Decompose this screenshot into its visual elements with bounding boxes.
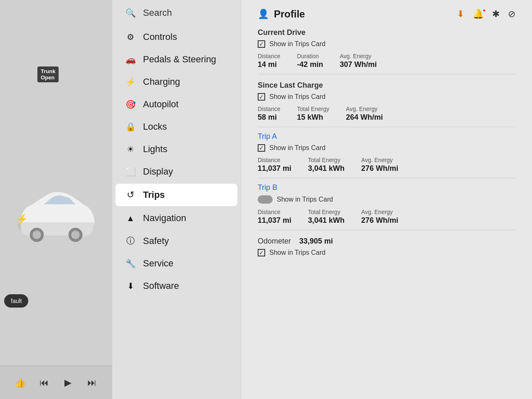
download-icon[interactable]: ⬇ (457, 9, 464, 20)
trip-a-distance-label: Distance (258, 157, 291, 163)
display-icon: ⬜ (125, 167, 136, 177)
current-drive-avg-energy-value: 307 Wh/mi (340, 60, 377, 69)
since-last-charge-title: Since Last Charge (258, 81, 515, 90)
sidebar-item-trips[interactable]: ↺ Trips (116, 184, 237, 206)
odometer-checkbox-row: ✓ Show in Trips Card (258, 249, 515, 256)
since-last-charge-total-energy: Total Energy 15 kWh (297, 106, 329, 122)
trip-a-total-energy: Total Energy 3,041 kWh (308, 157, 345, 173)
sidebar-item-lights[interactable]: ☀ Lights (112, 138, 241, 160)
current-drive-section: Current Drive ✓ Show in Trips Card Dista… (258, 28, 515, 69)
sidebar-item-locks[interactable]: 🔒 Locks (112, 116, 241, 138)
car-panel: Trunk Open ⚡ fault 👍 ⏮ ▶ ⏭ (0, 0, 112, 399)
current-drive-duration-value: -42 min (297, 60, 323, 69)
sidebar-item-controls[interactable]: ⚙ Controls (112, 26, 241, 48)
sidebar-item-service[interactable]: 🔧 Service (112, 252, 241, 275)
trip-a-distance: Distance 11,037 mi (258, 157, 291, 173)
trip-a-checkbox-label: Show in Trips Card (269, 144, 325, 152)
trip-b-total-energy-label: Total Energy (308, 209, 345, 215)
trunk-label: Trunk Open (37, 66, 59, 82)
profile-icon: 👤 (258, 9, 269, 20)
trip-a-distance-value: 11,037 mi (258, 164, 291, 173)
software-icon: ⬇ (125, 281, 136, 291)
sidebar-item-charging[interactable]: ⚡ Charging (112, 71, 241, 93)
taskbar: 👍 ⏮ ▶ ⏭ (0, 366, 112, 399)
slc-total-energy-value: 15 kWh (297, 113, 329, 122)
charging-icon: ⚡ (125, 77, 136, 87)
sidebar-item-autopilot[interactable]: 🎯 Autopilot (112, 93, 241, 116)
odometer-checkbox[interactable]: ✓ (258, 249, 265, 256)
play-icon[interactable]: ▶ (60, 374, 76, 391)
nav-sidebar: 🔍 Search ⚙ Controls 🚗 Pedals & Steering … (112, 0, 241, 399)
current-drive-distance-label: Distance (258, 53, 280, 59)
since-last-charge-section: Since Last Charge ✓ Show in Trips Card D… (258, 81, 515, 122)
current-drive-duration-label: Duration (297, 53, 323, 59)
trip-b-total-energy: Total Energy 3,041 kWh (308, 209, 345, 225)
trip-a-checkbox-row: ✓ Show in Trips Card (258, 144, 515, 152)
search-item[interactable]: 🔍 Search (112, 0, 241, 26)
svg-point-2 (32, 231, 41, 239)
display-label: Display (143, 166, 173, 177)
trip-b-checkbox[interactable] (258, 195, 273, 204)
trips-icon: ↺ (125, 190, 136, 200)
trip-a-section: Trip A ✓ Show in Trips Card Distance 11,… (258, 132, 515, 173)
trip-b-checkbox-label: Show in Trips Card (277, 196, 333, 203)
sidebar-item-pedals[interactable]: 🚗 Pedals & Steering (112, 48, 241, 71)
current-drive-distance-value: 14 mi (258, 60, 280, 69)
since-last-charge-checkbox-label: Show in Trips Card (269, 93, 325, 101)
trip-b-avg-energy-label: Avg. Energy (361, 209, 398, 215)
content-panel: 👤 Profile ⬇ 🔔 ● ✱ ⊘ Current Drive ✓ Show… (241, 0, 532, 399)
svg-point-4 (71, 231, 79, 239)
current-drive-avg-energy: Avg. Energy 307 Wh/mi (340, 53, 377, 69)
trip-a-stats: Distance 11,037 mi Total Energy 3,041 kW… (258, 157, 515, 173)
safety-label: Safety (143, 236, 169, 246)
trip-b-avg-energy: Avg. Energy 276 Wh/mi (361, 209, 398, 225)
bell-icon[interactable]: 🔔 ● (473, 9, 484, 20)
since-last-charge-stats: Distance 58 mi Total Energy 15 kWh Avg. … (258, 106, 515, 122)
since-last-charge-distance: Distance 58 mi (258, 106, 280, 122)
current-drive-title: Current Drive (258, 28, 515, 37)
trip-a-total-energy-value: 3,041 kWh (308, 164, 345, 173)
pedals-icon: 🚗 (125, 54, 136, 64)
trip-a-link[interactable]: Trip A (258, 132, 515, 141)
top-bar: 👤 Profile ⬇ 🔔 ● ✱ ⊘ (258, 8, 515, 20)
next-track-icon[interactable]: ⏭ (84, 374, 100, 391)
prev-track-icon[interactable]: ⏮ (36, 374, 52, 391)
divider-2 (258, 127, 515, 127)
lights-icon: ☀ (125, 144, 136, 154)
software-label: Software (143, 281, 179, 291)
trip-b-distance-value: 11,037 mi (258, 216, 291, 225)
trip-b-distance-label: Distance (258, 209, 291, 215)
trip-b-distance: Distance 11,037 mi (258, 209, 291, 225)
pedals-label: Pedals & Steering (143, 54, 216, 65)
slc-distance-label: Distance (258, 106, 280, 112)
locks-icon: 🔒 (125, 122, 136, 132)
trip-a-avg-energy: Avg. Energy 276 Wh/mi (361, 157, 398, 173)
slc-distance-value: 58 mi (258, 113, 280, 122)
odometer-row: Odometer 33,905 mi (258, 237, 515, 246)
divider-3 (258, 178, 515, 178)
trip-a-avg-energy-value: 276 Wh/mi (361, 164, 398, 173)
trip-b-link[interactable]: Trip B (258, 183, 515, 192)
slc-avg-energy-value: 264 Wh/mi (346, 113, 383, 122)
sidebar-item-safety[interactable]: ⓘ Safety (112, 229, 241, 252)
sidebar-item-software[interactable]: ⬇ Software (112, 275, 241, 297)
search-icon: 🔍 (125, 8, 136, 18)
lights-label: Lights (143, 144, 167, 155)
sidebar-item-display[interactable]: ⬜ Display (112, 160, 241, 183)
trip-b-total-energy-value: 3,041 kWh (308, 216, 345, 225)
charging-label: Charging (143, 76, 180, 87)
sidebar-item-navigation[interactable]: ▲ Navigation (112, 207, 241, 229)
trip-a-avg-energy-label: Avg. Energy (361, 157, 398, 163)
wifi-icon[interactable]: ⊘ (508, 9, 515, 20)
slc-total-energy-label: Total Energy (297, 106, 329, 112)
since-last-charge-checkbox-row: ✓ Show in Trips Card (258, 93, 515, 101)
trip-b-checkbox-row: Show in Trips Card (258, 195, 515, 204)
current-drive-checkbox[interactable]: ✓ (258, 40, 265, 48)
since-last-charge-checkbox[interactable]: ✓ (258, 93, 265, 101)
service-icon: 🔧 (125, 259, 136, 268)
thumbs-up-icon[interactable]: 👍 (12, 374, 29, 391)
autopilot-label: Autopilot (143, 99, 179, 110)
trip-a-checkbox[interactable]: ✓ (258, 144, 265, 152)
bluetooth-icon[interactable]: ✱ (492, 9, 500, 20)
main-container: Trunk Open ⚡ fault 👍 ⏮ ▶ ⏭ (0, 0, 532, 399)
